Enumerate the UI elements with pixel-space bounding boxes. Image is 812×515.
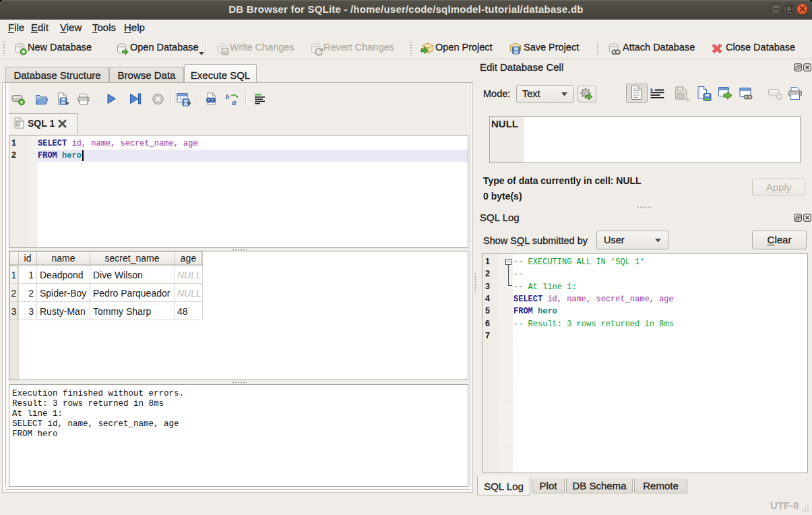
svg-text:b: b: [226, 92, 230, 100]
svg-text:a: a: [232, 97, 237, 107]
